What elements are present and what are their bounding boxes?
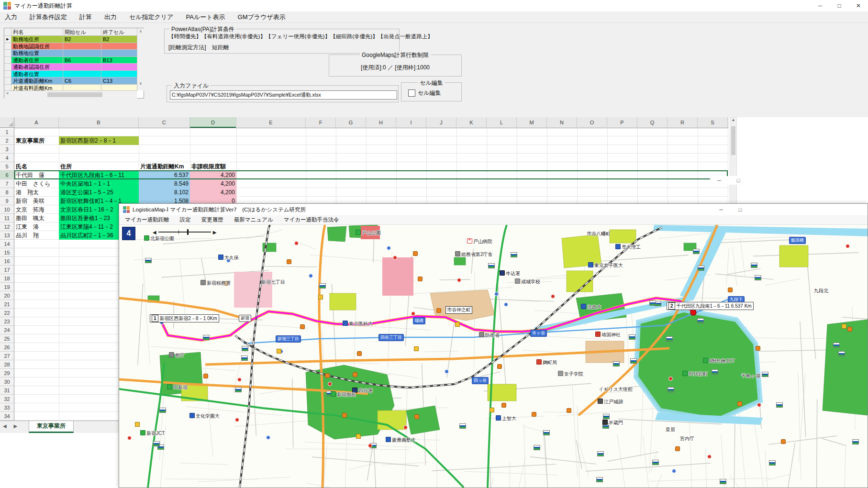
sheet-row-header-6[interactable]: 6	[0, 171, 14, 179]
cellgrid-cell-end[interactable]	[101, 43, 137, 50]
sheet-row-header-16[interactable]: 16	[0, 257, 14, 266]
cellgrid-cell-name[interactable]: 勤務地認識住所	[11, 43, 63, 50]
scroll-left-icon[interactable]: <	[6, 91, 9, 96]
sheet-row-header-19[interactable]: 19	[0, 283, 14, 291]
sheet-col-header-E[interactable]: E	[236, 117, 306, 128]
sheet-tab-nav-arrows[interactable]: ◀ ▶	[3, 423, 20, 429]
map-menu-item-4[interactable]: マイカー通勤手当法令	[284, 216, 339, 223]
main-menu-item-1[interactable]: 計算条件設定	[30, 13, 67, 22]
cell-employee-address[interactable]: 港区芝公園1－5－25	[59, 188, 139, 197]
cellgrid-cell-name[interactable]: 勤務地位置	[11, 50, 63, 57]
cellgrid-cell-name[interactable]: 通勤者位置	[11, 71, 63, 78]
cell-header-distance[interactable]: 片道通勤距離Km	[139, 162, 190, 171]
cell-range-grid[interactable]: 列名開始セル終了セル▶勤務地住所B2B2勤務地認識住所勤務地位置通勤者住所B6B…	[4, 28, 144, 99]
sheet-row-header-28[interactable]: 28	[0, 360, 14, 369]
zoom-slider-track[interactable]	[158, 232, 211, 233]
cell-distance[interactable]: 6.537	[139, 171, 190, 179]
sheet-col-header-C[interactable]: C	[139, 117, 190, 128]
scroll-down-icon[interactable]: ∨	[137, 81, 144, 86]
cell-employee-name[interactable]: 墨田 颯太	[14, 214, 59, 222]
cellgrid-row[interactable]: 通勤者住所B6B13	[4, 57, 144, 64]
sheet-col-header-O[interactable]: O	[577, 117, 607, 128]
cellgrid-cell-end[interactable]: B2	[101, 36, 137, 43]
sheet-row-header-24[interactable]: 24	[0, 326, 14, 334]
sheet-row-header-22[interactable]: 22	[0, 309, 14, 317]
cellgrid-row-selector[interactable]	[4, 78, 11, 85]
cell-edit-checkbox[interactable]: セル編集	[408, 89, 441, 97]
sheet-row-header-15[interactable]: 15	[0, 248, 14, 257]
cell-employee-name[interactable]: 新宿 美咲	[14, 197, 59, 205]
cellgrid-cell-name[interactable]: 通勤者住所	[11, 57, 63, 64]
map-maximize-button[interactable]: □	[732, 205, 749, 214]
map-menu-item-0[interactable]: マイカー通勤距離	[125, 216, 169, 223]
sheet-col-header-B[interactable]: B	[59, 117, 139, 128]
sheet-row-header-33[interactable]: 33	[0, 403, 14, 412]
checkbox-icon[interactable]	[408, 89, 415, 97]
sheet-col-header-D[interactable]: D	[190, 117, 236, 128]
sheet-row-header-8[interactable]: 8	[0, 188, 14, 197]
cell-employee-name[interactable]: 品川 翔	[14, 231, 59, 240]
cell-employee-name[interactable]: 港 翔太	[14, 188, 59, 197]
sheet-row-header-3[interactable]: 3	[0, 145, 14, 154]
cell-header-name[interactable]: 氏名	[14, 162, 59, 171]
sheet-row-header-5[interactable]: 5	[0, 162, 14, 171]
sheet-row-header-31[interactable]: 31	[0, 386, 14, 395]
cellgrid-row[interactable]: 通勤者位置	[4, 71, 144, 78]
cellgrid-row-selector[interactable]	[4, 43, 11, 50]
cellgrid-row[interactable]: 片道通勤距離KmC6C13	[4, 78, 144, 85]
sheet-row-header-25[interactable]: 25	[0, 334, 14, 343]
zoom-out-arrow-icon[interactable]: ◀	[153, 230, 156, 235]
cellgrid-row-selector[interactable]	[4, 71, 11, 78]
sheet-col-header-F[interactable]: F	[306, 117, 336, 128]
sheet-row-header-10[interactable]: 10	[0, 205, 14, 214]
main-menu-item-4[interactable]: セル指定クリア	[129, 13, 174, 22]
sheet-row-header-17[interactable]: 17	[0, 266, 14, 274]
sheet-row-header-2[interactable]: 2	[0, 136, 14, 145]
main-menu-item-6[interactable]: GMブラウザ表示	[238, 13, 286, 22]
cellgrid-horizontal-scrollbar[interactable]: <	[4, 90, 137, 99]
main-menu-item-0[interactable]: 入力	[5, 13, 17, 22]
background-maximize-button[interactable]: □	[729, 176, 747, 185]
zoom-in-arrow-icon[interactable]: ▶	[213, 230, 217, 235]
cellgrid-row-selector[interactable]	[4, 64, 11, 71]
cell-distance[interactable]: 8.549	[139, 179, 190, 188]
cell-header-address[interactable]: 住所	[59, 162, 139, 171]
sheet-row-header-1[interactable]: 1	[0, 128, 14, 136]
sheet-row-header-11[interactable]: 11	[0, 214, 14, 222]
sheet-tab[interactable]: 東京事業所	[29, 421, 74, 433]
cell-allowance[interactable]: 4,200	[190, 179, 236, 188]
cellgrid-row-selector[interactable]: ▶	[4, 36, 11, 43]
sheet-row-header-7[interactable]: 7	[0, 179, 14, 188]
cellgrid-cell-start[interactable]	[63, 50, 101, 57]
map-view[interactable]: 4 ◀ ▶ 北新宿公園戸山公園戸山病院市谷八幡町早大理工総務省第2庁舎大久保東京…	[119, 225, 868, 488]
cellgrid-cell-start[interactable]	[63, 64, 101, 71]
cellgrid-cell-start[interactable]: B2	[63, 36, 101, 43]
input-file-field[interactable]: C:¥lgsMapP03V7¥CS2019¥lgsMapP03V7¥Sample…	[170, 90, 397, 100]
cellgrid-cell-start[interactable]: B6	[63, 57, 101, 64]
cellgrid-cell-name[interactable]: 勤務地住所	[11, 36, 63, 43]
sheet-column-headers[interactable]: ABCDEFGHIJKLMNOPQRS	[0, 117, 729, 128]
sheet-row-header-30[interactable]: 30	[0, 377, 14, 386]
cellgrid-row[interactable]: 通勤者認識住所	[4, 64, 144, 71]
cell-distance[interactable]: 8.102	[139, 188, 190, 197]
sheet-select-all-corner[interactable]	[0, 117, 14, 128]
sheet-col-header-A[interactable]: A	[14, 117, 59, 128]
sheet-col-header-S[interactable]: S	[698, 117, 728, 128]
sheet-row-header-29[interactable]: 29	[0, 369, 14, 377]
scroll-up-icon[interactable]: ∧	[137, 29, 144, 33]
main-menu-item-5[interactable]: PAルート表示	[186, 13, 225, 22]
cell-employee-name[interactable]: 千代田 蓮	[14, 171, 59, 179]
map-menu-item-1[interactable]: 設定	[180, 216, 191, 223]
map-menu-item-3[interactable]: 最新マニュアル	[234, 216, 273, 223]
cell-header-allowance[interactable]: 非課税限度額	[190, 162, 236, 171]
main-menu-item-3[interactable]: 出力	[104, 13, 117, 22]
sheet-col-header-I[interactable]: I	[396, 117, 426, 128]
cellgrid-cell-name[interactable]: 通勤者認識住所	[11, 64, 63, 71]
sheet-col-header-H[interactable]: H	[366, 117, 396, 128]
cellgrid-cell-end[interactable]	[101, 71, 137, 78]
sheet-row-header-4[interactable]: 4	[0, 154, 14, 162]
cellgrid-cell-start[interactable]	[63, 71, 101, 78]
sheet-col-header-K[interactable]: K	[456, 117, 487, 128]
cell-office-address[interactable]: 新宿区西新宿2－8－1	[59, 136, 139, 145]
sheet-col-header-R[interactable]: R	[668, 117, 698, 128]
